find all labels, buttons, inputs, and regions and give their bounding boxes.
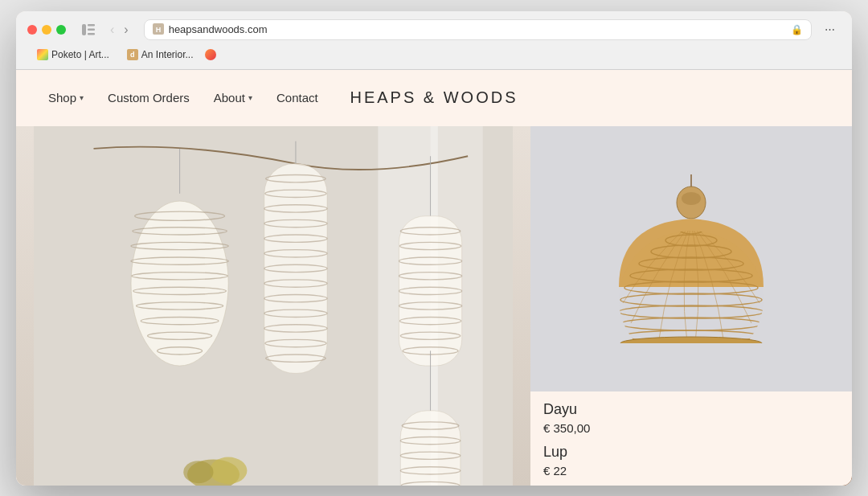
svg-point-72 bbox=[620, 318, 762, 330]
contact-nav-item[interactable]: Contact bbox=[276, 91, 318, 105]
bookmark-interior[interactable]: d An Interior... bbox=[121, 47, 200, 63]
address-bar[interactable]: H heapsandwoods.com 🔒 bbox=[144, 19, 812, 40]
sidebar-toggle-button[interactable] bbox=[77, 22, 100, 38]
svg-text:H: H bbox=[155, 26, 161, 34]
browser-chrome: ‹ › H heapsandwoods.com 🔒 ⋯ bbox=[16, 11, 852, 70]
back-button[interactable]: ‹ bbox=[106, 21, 118, 39]
product-card-lup[interactable]: Lup € 22 bbox=[530, 445, 852, 486]
hero-right: Dayu € 350,00 bbox=[530, 126, 852, 486]
svg-point-58 bbox=[183, 461, 213, 483]
svg-rect-1 bbox=[88, 24, 95, 27]
poketo-label: Poketo | Art... bbox=[51, 49, 109, 60]
lock-icon: 🔒 bbox=[791, 24, 803, 35]
nav-left: Shop ▾ Custom Orders About ▾ Contact bbox=[48, 91, 318, 105]
dayu-product-info: Dayu € 350,00 bbox=[530, 391, 852, 445]
hero-left-image bbox=[16, 126, 530, 486]
lup-product-price: € 22 bbox=[543, 464, 839, 478]
lanterns-backdrop bbox=[16, 126, 530, 486]
svg-point-57 bbox=[210, 457, 248, 484]
maximize-button[interactable] bbox=[56, 25, 66, 35]
dayu-product-price: € 350,00 bbox=[543, 421, 839, 435]
bookmark-poketo[interactable]: Poketo | Art... bbox=[31, 47, 116, 63]
more-button[interactable]: ⋯ bbox=[818, 20, 841, 39]
svg-rect-2 bbox=[88, 28, 95, 31]
site-title: HEAPS & WOODS bbox=[350, 88, 518, 107]
extra-bookmark[interactable] bbox=[205, 49, 216, 60]
more-icon: ⋯ bbox=[825, 23, 835, 35]
custom-orders-nav-item[interactable]: Custom Orders bbox=[108, 91, 190, 105]
close-button[interactable] bbox=[27, 25, 37, 35]
lup-product-name: Lup bbox=[543, 445, 839, 461]
hero-area: Dayu € 350,00 bbox=[16, 126, 852, 486]
svg-point-10 bbox=[131, 201, 228, 366]
site-favicon: H bbox=[153, 23, 164, 36]
lup-product-info: Lup € 22 bbox=[530, 445, 852, 486]
svg-point-70 bbox=[620, 293, 762, 306]
svg-point-61 bbox=[682, 192, 701, 205]
dayu-product-name: Dayu bbox=[543, 401, 839, 418]
nav-arrows: ‹ › bbox=[106, 21, 133, 39]
traffic-lights bbox=[27, 25, 66, 35]
svg-rect-3 bbox=[88, 33, 95, 35]
d-favicon: d bbox=[127, 49, 138, 60]
svg-rect-37 bbox=[399, 215, 461, 365]
svg-point-74 bbox=[620, 337, 762, 343]
shop-nav-item[interactable]: Shop ▾ bbox=[48, 91, 84, 105]
about-nav-item[interactable]: About ▾ bbox=[214, 91, 252, 105]
browser-window: ‹ › H heapsandwoods.com 🔒 ⋯ bbox=[16, 11, 852, 486]
about-chevron: ▾ bbox=[248, 93, 252, 102]
interior-label: An Interior... bbox=[141, 49, 194, 60]
site-navigation: Shop ▾ Custom Orders About ▾ Contact HEA… bbox=[16, 70, 852, 126]
shop-chevron: ▾ bbox=[80, 93, 84, 102]
product-card-dayu[interactable]: Dayu € 350,00 bbox=[530, 126, 852, 445]
svg-rect-22 bbox=[264, 163, 327, 373]
forward-button[interactable]: › bbox=[120, 21, 132, 39]
dayu-image bbox=[530, 126, 852, 391]
poketo-favicon bbox=[37, 49, 48, 60]
titlebar: ‹ › H heapsandwoods.com 🔒 ⋯ bbox=[27, 19, 841, 40]
minimize-button[interactable] bbox=[42, 25, 51, 35]
svg-rect-0 bbox=[82, 24, 86, 35]
website-content: Shop ▾ Custom Orders About ▾ Contact HEA… bbox=[16, 70, 852, 486]
url-text: heapsandwoods.com bbox=[169, 23, 786, 35]
svg-point-71 bbox=[619, 305, 764, 318]
bookmarks-bar: Poketo | Art... d An Interior... bbox=[27, 47, 841, 69]
